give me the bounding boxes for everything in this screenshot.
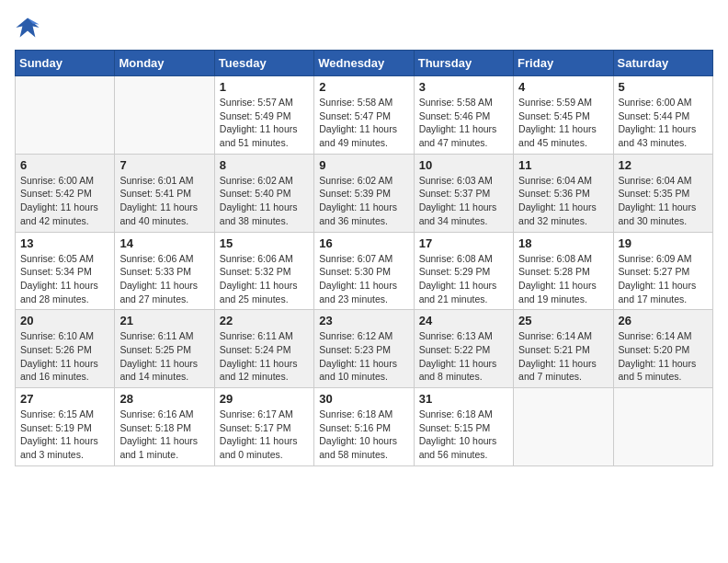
day-info: Sunrise: 6:05 AM Sunset: 5:34 PM Dayligh… (20, 252, 109, 306)
day-info: Sunrise: 6:04 AM Sunset: 5:35 PM Dayligh… (619, 174, 708, 228)
day-number: 25 (518, 314, 608, 327)
day-number: 29 (220, 392, 309, 406)
col-header-monday: Monday (115, 51, 214, 76)
calendar-cell: 14Sunrise: 6:06 AM Sunset: 5:33 PM Dayli… (115, 232, 214, 310)
day-info: Sunrise: 6:06 AM Sunset: 5:33 PM Dayligh… (119, 252, 209, 306)
calendar-cell: 27Sunrise: 6:15 AM Sunset: 5:19 PM Dayli… (16, 388, 115, 466)
calendar-cell: 12Sunrise: 6:04 AM Sunset: 5:35 PM Dayli… (613, 154, 712, 232)
calendar-cell: 30Sunrise: 6:18 AM Sunset: 5:16 PM Dayli… (314, 388, 414, 466)
calendar-table: SundayMondayTuesdayWednesdayThursdayFrid… (15, 50, 713, 466)
day-number: 6 (20, 158, 109, 172)
calendar-cell: 6Sunrise: 6:00 AM Sunset: 5:42 PM Daylig… (16, 154, 115, 232)
day-number: 19 (619, 236, 708, 250)
day-info: Sunrise: 6:09 AM Sunset: 5:27 PM Dayligh… (619, 252, 708, 306)
calendar-cell: 31Sunrise: 6:18 AM Sunset: 5:15 PM Dayli… (414, 388, 513, 466)
calendar-cell: 5Sunrise: 6:00 AM Sunset: 5:44 PM Daylig… (613, 76, 712, 155)
logo-icon (15, 15, 40, 40)
day-number: 1 (220, 80, 309, 94)
day-number: 7 (119, 158, 209, 172)
calendar-cell: 3Sunrise: 5:58 AM Sunset: 5:46 PM Daylig… (414, 76, 513, 155)
calendar-cell: 19Sunrise: 6:09 AM Sunset: 5:27 PM Dayli… (613, 232, 712, 310)
calendar-cell: 4Sunrise: 5:59 AM Sunset: 5:45 PM Daylig… (514, 76, 613, 155)
day-info: Sunrise: 6:08 AM Sunset: 5:29 PM Dayligh… (419, 252, 508, 306)
calendar-cell: 17Sunrise: 6:08 AM Sunset: 5:29 PM Dayli… (414, 232, 513, 310)
week-row-4: 20Sunrise: 6:10 AM Sunset: 5:26 PM Dayli… (16, 310, 713, 388)
week-row-2: 6Sunrise: 6:00 AM Sunset: 5:42 PM Daylig… (16, 154, 713, 232)
calendar-cell: 15Sunrise: 6:06 AM Sunset: 5:32 PM Dayli… (214, 232, 313, 310)
calendar-cell (613, 388, 712, 466)
day-info: Sunrise: 6:13 AM Sunset: 5:22 PM Dayligh… (419, 329, 508, 384)
day-number: 30 (319, 392, 408, 406)
day-number: 17 (419, 236, 508, 250)
day-info: Sunrise: 5:58 AM Sunset: 5:46 PM Dayligh… (419, 96, 508, 150)
calendar-cell: 23Sunrise: 6:12 AM Sunset: 5:23 PM Dayli… (314, 310, 414, 388)
col-header-saturday: Saturday (613, 51, 712, 76)
day-info: Sunrise: 6:02 AM Sunset: 5:39 PM Dayligh… (319, 174, 408, 228)
calendar-cell: 21Sunrise: 6:11 AM Sunset: 5:25 PM Dayli… (115, 310, 214, 388)
calendar-cell: 10Sunrise: 6:03 AM Sunset: 5:37 PM Dayli… (414, 154, 513, 232)
week-row-3: 13Sunrise: 6:05 AM Sunset: 5:34 PM Dayli… (16, 232, 713, 310)
day-number: 13 (20, 236, 109, 250)
day-info: Sunrise: 6:17 AM Sunset: 5:17 PM Dayligh… (220, 408, 309, 462)
col-header-tuesday: Tuesday (214, 51, 313, 76)
calendar-cell: 13Sunrise: 6:05 AM Sunset: 5:34 PM Dayli… (16, 232, 115, 310)
week-row-5: 27Sunrise: 6:15 AM Sunset: 5:19 PM Dayli… (16, 388, 713, 466)
calendar-cell: 2Sunrise: 5:58 AM Sunset: 5:47 PM Daylig… (314, 76, 414, 155)
day-number: 3 (419, 80, 508, 94)
calendar-cell (514, 388, 613, 466)
day-number: 20 (20, 314, 109, 327)
week-row-1: 1Sunrise: 5:57 AM Sunset: 5:49 PM Daylig… (16, 76, 713, 155)
day-info: Sunrise: 6:18 AM Sunset: 5:15 PM Dayligh… (419, 408, 508, 462)
day-info: Sunrise: 6:15 AM Sunset: 5:19 PM Dayligh… (20, 408, 109, 462)
calendar-cell: 16Sunrise: 6:07 AM Sunset: 5:30 PM Dayli… (314, 232, 414, 310)
day-info: Sunrise: 6:01 AM Sunset: 5:41 PM Dayligh… (119, 174, 209, 228)
day-info: Sunrise: 5:58 AM Sunset: 5:47 PM Dayligh… (319, 96, 408, 150)
day-number: 31 (419, 392, 508, 406)
day-number: 12 (619, 158, 708, 172)
day-number: 8 (220, 158, 309, 172)
day-number: 27 (20, 392, 109, 406)
day-info: Sunrise: 6:07 AM Sunset: 5:30 PM Dayligh… (319, 252, 408, 306)
day-number: 24 (419, 314, 508, 327)
calendar-cell: 18Sunrise: 6:08 AM Sunset: 5:28 PM Dayli… (514, 232, 613, 310)
calendar-header-row: SundayMondayTuesdayWednesdayThursdayFrid… (16, 51, 713, 76)
day-info: Sunrise: 6:00 AM Sunset: 5:44 PM Dayligh… (619, 96, 708, 150)
calendar-cell: 9Sunrise: 6:02 AM Sunset: 5:39 PM Daylig… (314, 154, 414, 232)
calendar-cell: 25Sunrise: 6:14 AM Sunset: 5:21 PM Dayli… (514, 310, 613, 388)
day-info: Sunrise: 5:57 AM Sunset: 5:49 PM Dayligh… (220, 96, 309, 150)
svg-marker-0 (16, 18, 39, 38)
page-header (15, 15, 713, 40)
day-number: 2 (319, 80, 408, 94)
calendar-cell: 29Sunrise: 6:17 AM Sunset: 5:17 PM Dayli… (214, 388, 313, 466)
day-info: Sunrise: 5:59 AM Sunset: 5:45 PM Dayligh… (518, 96, 608, 150)
day-number: 15 (220, 236, 309, 250)
calendar-cell: 7Sunrise: 6:01 AM Sunset: 5:41 PM Daylig… (115, 154, 214, 232)
day-number: 21 (119, 314, 209, 327)
day-number: 16 (319, 236, 408, 250)
day-number: 28 (119, 392, 209, 406)
day-info: Sunrise: 6:11 AM Sunset: 5:25 PM Dayligh… (119, 329, 209, 384)
calendar-cell: 22Sunrise: 6:11 AM Sunset: 5:24 PM Dayli… (214, 310, 313, 388)
col-header-friday: Friday (514, 51, 613, 76)
calendar-cell (16, 76, 115, 155)
day-number: 5 (619, 80, 708, 94)
day-info: Sunrise: 6:04 AM Sunset: 5:36 PM Dayligh… (518, 174, 608, 228)
day-info: Sunrise: 6:18 AM Sunset: 5:16 PM Dayligh… (319, 408, 408, 462)
day-info: Sunrise: 6:14 AM Sunset: 5:20 PM Dayligh… (619, 329, 708, 384)
day-info: Sunrise: 6:08 AM Sunset: 5:28 PM Dayligh… (518, 252, 608, 306)
day-number: 14 (119, 236, 209, 250)
calendar-cell: 24Sunrise: 6:13 AM Sunset: 5:22 PM Dayli… (414, 310, 513, 388)
day-info: Sunrise: 6:12 AM Sunset: 5:23 PM Dayligh… (319, 329, 408, 384)
col-header-sunday: Sunday (16, 51, 115, 76)
day-number: 26 (619, 314, 708, 327)
calendar-cell: 20Sunrise: 6:10 AM Sunset: 5:26 PM Dayli… (16, 310, 115, 388)
day-info: Sunrise: 6:03 AM Sunset: 5:37 PM Dayligh… (419, 174, 508, 228)
col-header-wednesday: Wednesday (314, 51, 414, 76)
day-info: Sunrise: 6:10 AM Sunset: 5:26 PM Dayligh… (20, 329, 109, 384)
calendar-cell: 8Sunrise: 6:02 AM Sunset: 5:40 PM Daylig… (214, 154, 313, 232)
day-info: Sunrise: 6:02 AM Sunset: 5:40 PM Dayligh… (220, 174, 309, 228)
day-info: Sunrise: 6:14 AM Sunset: 5:21 PM Dayligh… (518, 329, 608, 384)
day-number: 10 (419, 158, 508, 172)
day-number: 9 (319, 158, 408, 172)
logo (15, 15, 44, 40)
